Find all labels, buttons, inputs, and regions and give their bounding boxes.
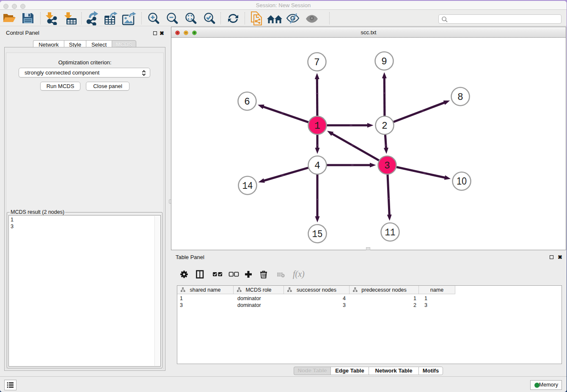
svg-text:2: 2: [382, 121, 388, 132]
svg-text:9: 9: [381, 56, 387, 67]
svg-text:1: 1: [314, 121, 320, 132]
svg-text:11: 11: [385, 227, 396, 238]
svg-text:14: 14: [242, 181, 253, 192]
svg-text:15: 15: [312, 229, 323, 240]
svg-text:4: 4: [314, 160, 320, 171]
svg-text:10: 10: [457, 176, 467, 187]
svg-text:8: 8: [457, 92, 463, 103]
svg-text:3: 3: [384, 160, 390, 171]
svg-text:6: 6: [244, 97, 250, 108]
svg-text:7: 7: [314, 57, 320, 68]
